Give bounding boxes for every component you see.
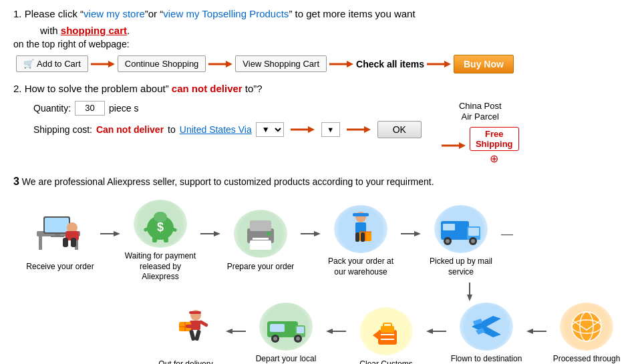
add-to-cart-button[interactable]: 🛒 Add to Cart (16, 55, 88, 72)
step3-text: We are professional Aliexpress seller, s… (22, 176, 434, 187)
view-shopping-cart-button[interactable]: View Shopping Cart (235, 55, 327, 72)
svg-marker-1 (108, 61, 115, 67)
flow-label-pack: Pack your order at our warehouse (324, 256, 397, 277)
flow-label-delivery: Out for delivery (158, 359, 212, 364)
flow-item-pickup: Picked up by mail service (421, 204, 501, 277)
svg-rect-30 (152, 237, 157, 242)
free-arrow (442, 140, 466, 151)
prepare-icon (230, 209, 291, 259)
continue-shopping-label: Continue Shopping (125, 59, 199, 69)
svg-marker-68 (526, 329, 533, 334)
svg-rect-60 (443, 224, 455, 230)
svg-point-86 (296, 337, 300, 341)
flow-item-prepare: Prepare your order (220, 209, 301, 272)
qty-label: Quantity: (33, 103, 71, 114)
svg-rect-18 (45, 218, 69, 232)
step2-text2: to”? (245, 83, 263, 94)
add-to-cart-label: Add to Cart (37, 59, 81, 69)
pack-icon (331, 204, 391, 254)
svg-text:$: $ (157, 220, 164, 234)
svg-marker-62 (467, 295, 472, 301)
flow-row-2: Processed through sort facility (20, 301, 627, 364)
svg-rect-44 (353, 213, 369, 216)
delivery-icon (156, 307, 216, 357)
flow-arrow-down (20, 283, 481, 301)
svg-marker-42 (314, 231, 321, 236)
flow-arrow-2-3 (200, 229, 220, 238)
svg-rect-75 (383, 323, 391, 327)
qty-input[interactable] (75, 101, 105, 116)
svg-marker-52 (414, 231, 421, 236)
flow-item-flown: Flown to destination country (446, 301, 526, 364)
flow-label-sort: Processed through sort facility (550, 354, 623, 364)
shipping-left: Quantity: piece s Shipping cost: Can not… (33, 101, 422, 138)
shipping-arrow (291, 124, 315, 135)
flow-item-sort: Processed through sort facility (546, 301, 627, 364)
svg-rect-38 (250, 240, 271, 250)
svg-rect-15 (39, 236, 42, 250)
dropdown-box[interactable]: ▼ (321, 122, 340, 137)
view-my-store-link[interactable]: view my store (84, 8, 145, 19)
svg-marker-11 (364, 126, 371, 133)
arrow2 (208, 59, 232, 69)
receive-icon (30, 209, 90, 259)
step2-number: 2. (13, 83, 22, 94)
step1-middle: ”or “ (145, 8, 164, 19)
step1-period: . (127, 25, 130, 36)
step1-with: with (40, 25, 61, 36)
arrow1 (91, 59, 115, 69)
flow-arrow-1-2 (100, 229, 120, 238)
free-shipping-box-container: FreeShipping ⊕ (470, 126, 519, 165)
step1-section: 1. Please click “view my store”or “view … (13, 7, 627, 22)
via-link[interactable]: United States Via (180, 124, 252, 135)
svg-rect-90 (189, 311, 201, 314)
shopping-cart-link[interactable]: shopping cart (61, 25, 127, 36)
svg-marker-7 (444, 61, 451, 67)
flow-label-receive: Receive your order (26, 262, 94, 272)
svg-point-40 (267, 232, 271, 236)
qty-unit: piece s (109, 103, 138, 114)
flow-item-receive: Receive your order (20, 209, 100, 272)
customs-icon (356, 307, 416, 357)
flow-label-payment: Waiting for payment released by Aliexpre… (124, 251, 197, 283)
step3-number: 3 (13, 176, 19, 187)
shipping-right: China Post Air Parcel FreeShipping ⊕ (442, 101, 519, 166)
step2-text: How to solve the problem about” (25, 83, 169, 94)
cannot-deliver-text: can not deliver (172, 83, 243, 94)
svg-point-57 (446, 239, 450, 243)
svg-rect-55 (468, 228, 479, 236)
flow-item-pack: Pack your order at our warehouse (321, 204, 401, 277)
free-shipping-icon: ⊕ (490, 152, 498, 165)
arrow4 (427, 59, 451, 69)
check-all-items-text: Check all items (356, 59, 424, 69)
payment-icon: $ (130, 198, 190, 248)
flow-row-1: Receive your order $ (20, 198, 627, 283)
flow-item-payment: $ Waiting for payment released by Aliexp… (120, 198, 200, 283)
view-topselling-link[interactable]: view my Topselling Products (163, 8, 289, 19)
shipping-section: Quantity: piece s Shipping cost: Can not… (13, 101, 627, 166)
ok-button[interactable]: OK (377, 121, 422, 138)
svg-rect-49 (355, 232, 359, 242)
flow-label-prepare: Prepare your order (227, 262, 295, 272)
flow-arrow-r3-r2 (326, 327, 346, 336)
flow-item-customs: Clear Customs (346, 307, 426, 364)
svg-marker-3 (226, 61, 232, 67)
step1-number: 1. (13, 8, 22, 19)
cannot-deliver-label: Can not deliver (96, 124, 164, 135)
svg-rect-50 (361, 232, 365, 242)
continue-shopping-button[interactable]: Continue Shopping (118, 55, 206, 72)
svg-rect-81 (297, 327, 304, 333)
svg-rect-20 (51, 236, 64, 237)
flow-arrow-r5-r4 (526, 327, 546, 336)
shipping-arrow2 (347, 124, 371, 135)
svg-point-84 (273, 337, 277, 341)
via-select[interactable]: ▼ (256, 122, 284, 137)
view-cart-label: View Shopping Cart (243, 59, 319, 69)
svg-marker-76 (373, 331, 378, 339)
page-wrapper: 1. Please click “view my store”or “view … (0, 0, 640, 364)
svg-rect-82 (270, 324, 285, 332)
shipping-row: Shipping cost: Can not deliver to United… (33, 121, 422, 138)
buy-now-button[interactable]: Buy Now (454, 55, 514, 73)
arrow3 (329, 59, 353, 69)
flow-label-flown: Flown to destination country (450, 354, 523, 364)
